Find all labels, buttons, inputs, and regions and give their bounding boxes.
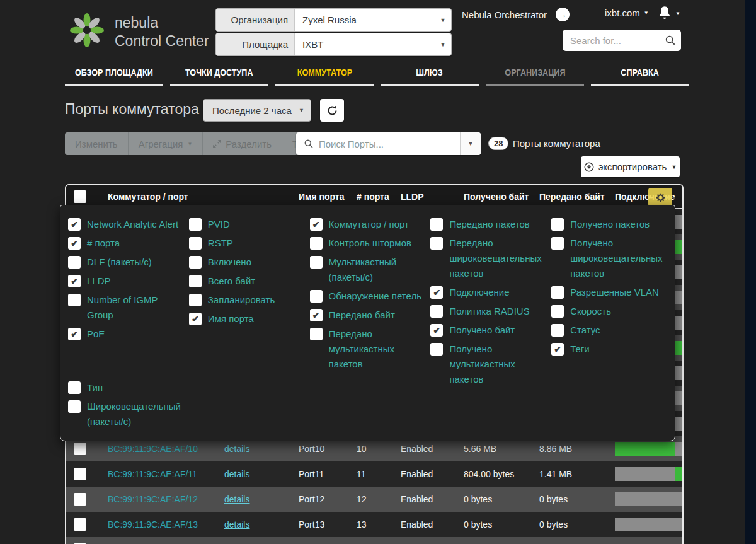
column-option[interactable]: ✔PoE	[68, 327, 183, 342]
column-option[interactable]: Number of IGMP Group	[68, 292, 183, 323]
column-option[interactable]: Скорость	[551, 304, 666, 319]
switch-port-link[interactable]: BC:99:11:9C:AE:AF/11	[108, 469, 197, 479]
checkbox-unchecked[interactable]	[189, 294, 202, 306]
header-received[interactable]: Получено байт	[460, 192, 536, 202]
column-option[interactable]: Мультикастный (пакеты/с)	[310, 255, 425, 285]
column-option[interactable]: ✔LLDP	[68, 274, 183, 289]
column-option[interactable]: Тип	[68, 380, 183, 395]
column-option[interactable]: Получено широковещательных пакетов	[551, 236, 666, 281]
checkbox-checked[interactable]: ✔	[551, 343, 564, 356]
checkbox-checked[interactable]: ✔	[68, 218, 81, 231]
row-checkbox[interactable]	[74, 493, 86, 506]
column-option[interactable]: ✔Получено байт	[430, 323, 545, 338]
checkbox-unchecked[interactable]	[430, 237, 443, 250]
column-option[interactable]: ✔Имя порта	[189, 311, 304, 327]
column-option[interactable]: Запланировать	[189, 292, 304, 308]
column-option[interactable]: Передано мультикастных пакетов	[310, 327, 425, 372]
edit-button[interactable]: Изменить	[65, 132, 129, 155]
checkbox-unchecked[interactable]	[430, 218, 443, 231]
site-selector[interactable]: Площадка IXBT ▼	[215, 33, 452, 56]
account-menu[interactable]: ixbt.com ▼	[605, 8, 649, 18]
header-port-name[interactable]: Имя порта	[295, 192, 353, 202]
column-option[interactable]: Статус	[551, 323, 666, 338]
checkbox-unchecked[interactable]	[310, 256, 323, 269]
column-option[interactable]: ✔Передано байт	[310, 308, 425, 323]
column-settings-button[interactable]	[648, 188, 672, 207]
column-option[interactable]: PVID	[189, 217, 304, 232]
notifications-menu[interactable]: ▼	[656, 4, 680, 23]
column-option[interactable]: Получено мультикастных пакетов	[430, 342, 545, 387]
orchestrator-link[interactable]: Nebula Orchestrator →	[462, 8, 570, 21]
nav-tab-2[interactable]: ТОЧКИ ДОСТУПА	[170, 67, 268, 86]
column-option[interactable]: ✔# порта	[68, 236, 183, 251]
column-option[interactable]: Всего байт	[189, 274, 304, 289]
header-switch-port[interactable]: Коммутатор / порт	[95, 192, 224, 202]
checkbox-unchecked[interactable]	[430, 343, 443, 356]
column-option[interactable]: ✔Network Analytic Alert	[68, 217, 183, 232]
checkbox-checked[interactable]: ✔	[430, 324, 443, 337]
details-link[interactable]: details	[224, 519, 249, 530]
column-option[interactable]: Включено	[189, 255, 304, 270]
header-port-num[interactable]: # порта	[353, 192, 397, 202]
row-checkbox[interactable]	[74, 443, 86, 455]
port-search-dropdown[interactable]: ▼	[460, 132, 481, 155]
checkbox-checked[interactable]: ✔	[68, 328, 81, 340]
column-option[interactable]: Политика RADIUS	[430, 304, 545, 319]
nav-tab-1[interactable]: ОБЗОР ПЛОЩАДКИ	[65, 67, 163, 86]
checkbox-unchecked[interactable]	[189, 218, 202, 231]
checkbox-unchecked[interactable]	[310, 237, 323, 250]
column-option[interactable]: ✔Коммутатор / порт	[310, 217, 425, 232]
checkbox-unchecked[interactable]	[310, 290, 323, 303]
checkbox-unchecked[interactable]	[310, 328, 323, 340]
nav-tab-4[interactable]: ШЛЮЗ	[381, 67, 479, 86]
refresh-button[interactable]	[320, 99, 344, 122]
checkbox-checked[interactable]: ✔	[68, 237, 81, 250]
column-option[interactable]: ✔Подключение	[430, 285, 545, 300]
split-button[interactable]: Разделить	[203, 132, 282, 155]
column-option[interactable]: Передано широковещательных пакетов	[430, 236, 545, 281]
aggregate-button[interactable]: Агрегация▼	[129, 132, 203, 155]
checkbox-checked[interactable]: ✔	[310, 309, 323, 321]
nav-tab-5[interactable]: ОРГАНИЗАЦИЯ	[486, 67, 584, 86]
checkbox-unchecked[interactable]	[189, 275, 202, 287]
column-option[interactable]: Разрешенные VLAN	[551, 285, 666, 300]
details-link[interactable]: details	[224, 444, 249, 454]
header-sent[interactable]: Передано байт	[536, 192, 615, 202]
column-option[interactable]: Обнаружение петель	[310, 289, 425, 304]
checkbox-unchecked[interactable]	[551, 237, 564, 250]
checkbox-unchecked[interactable]	[68, 381, 81, 394]
column-option[interactable]: Передано пакетов	[430, 217, 545, 232]
column-option[interactable]: Контроль штормов	[310, 236, 425, 251]
nav-tab-6[interactable]: СПРАВКА	[591, 67, 689, 86]
global-search-input[interactable]: Search for...	[563, 30, 681, 51]
column-option[interactable]: RSTP	[189, 236, 304, 251]
checkbox-unchecked[interactable]	[430, 305, 443, 318]
details-link[interactable]: details	[224, 494, 249, 504]
checkbox-checked[interactable]: ✔	[430, 286, 443, 299]
checkbox-checked[interactable]: ✔	[68, 275, 81, 287]
checkbox-checked[interactable]: ✔	[189, 313, 202, 325]
switch-port-link[interactable]: BC:99:11:9C:AE:AF/10	[108, 444, 198, 454]
checkbox-checked[interactable]: ✔	[310, 218, 323, 231]
column-option[interactable]: ✔Теги	[551, 342, 666, 357]
checkbox-unchecked[interactable]	[551, 324, 564, 337]
header-lldp[interactable]: LLDP	[397, 192, 460, 202]
checkbox-unchecked[interactable]	[68, 294, 81, 306]
details-link[interactable]: details	[224, 469, 249, 479]
column-option[interactable]: DLF (пакеты/с)	[68, 255, 183, 270]
orchestrator-arrow-icon[interactable]: →	[556, 8, 570, 21]
switch-port-link[interactable]: BC:99:11:9C:AE:AF/12	[108, 494, 198, 504]
checkbox-unchecked[interactable]	[551, 218, 564, 231]
time-range-select[interactable]: Последние 2 часа ▼	[203, 99, 311, 122]
nav-tab-3[interactable]: КОММУТАТОР	[275, 67, 374, 86]
checkbox-unchecked[interactable]	[189, 256, 202, 269]
column-option[interactable]: Получено пакетов	[551, 217, 666, 232]
row-checkbox[interactable]	[74, 518, 86, 531]
export-button[interactable]: экспортировать ▼	[581, 156, 680, 177]
checkbox-unchecked[interactable]	[551, 305, 564, 318]
checkbox-unchecked[interactable]	[189, 237, 202, 250]
checkbox-unchecked[interactable]	[551, 286, 564, 299]
select-all-checkbox[interactable]	[74, 190, 86, 203]
checkbox-unchecked[interactable]	[68, 256, 81, 269]
port-search-input[interactable]: Поиск Порты... ▼	[296, 132, 481, 155]
